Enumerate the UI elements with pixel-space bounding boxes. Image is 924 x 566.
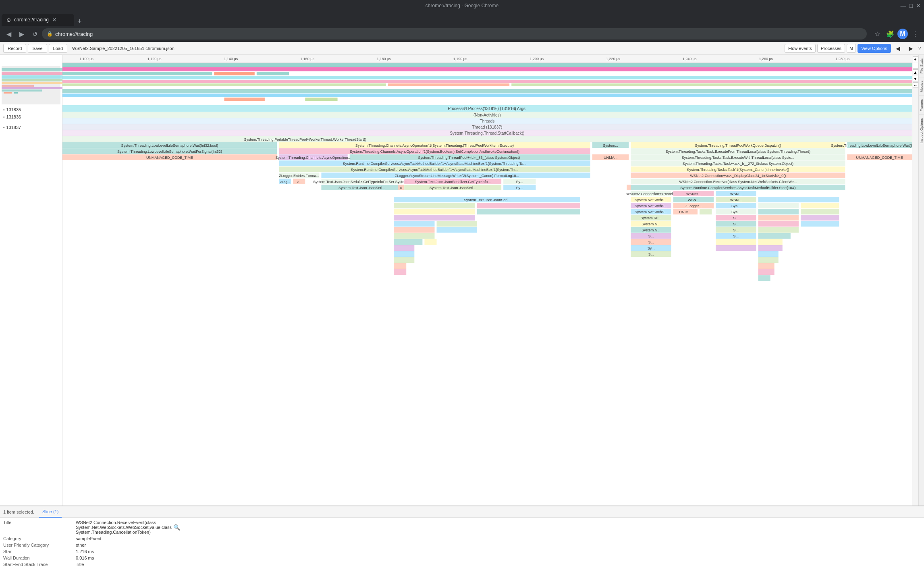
ruler-1200: 1,200 μs (529, 57, 544, 61)
svg-text:WSNet...: WSNet... (686, 192, 701, 196)
svg-rect-157 (394, 221, 434, 227)
sidebar-label-131835: 131835 (6, 107, 21, 112)
svg-rect-21 (62, 94, 912, 97)
nav-icons: ☆ 🧩 M ⋮ (872, 28, 921, 40)
bottom-panel: 1 item selected. Slice (1) Title WSNet2.… (0, 506, 924, 566)
svg-rect-0 (2, 68, 64, 71)
scroll-up-button[interactable]: ▲ (913, 69, 918, 75)
svg-text:System.Threading.LowLevelLifoS: System.Threading.LowLevelLifoSemaphore.W… (121, 144, 218, 148)
close-icon[interactable]: ✕ (916, 2, 921, 9)
scroll-down-button[interactable]: ▼ (913, 76, 918, 81)
wall-duration-label: Wall Duration (3, 556, 76, 560)
svg-text:WSN...: WSN... (730, 198, 742, 202)
svg-rect-178 (758, 227, 799, 233)
svg-text:UNMA...: UNMA... (604, 156, 617, 160)
sidebar-item-131837[interactable]: • 131837 (2, 124, 60, 131)
active-tab[interactable]: ⊙ chrome://tracing ✕ (2, 14, 74, 26)
svg-rect-169 (758, 197, 839, 202)
scroll-right-button[interactable]: ▶ (905, 43, 917, 54)
svg-rect-181 (758, 245, 783, 251)
svg-text:WSNet2.Connection+<Recei...: WSNet2.Connection+<Recei... (626, 192, 676, 196)
ruler-1280: 1,280 μs (835, 57, 849, 61)
svg-text:System.Runtime.CompilerService: System.Runtime.CompilerServices.AsyncTas… (680, 186, 795, 190)
zoom-out-button[interactable]: − (913, 63, 918, 69)
ruler-1120: 1,120 μs (147, 57, 162, 61)
load-button[interactable]: Load (49, 44, 67, 53)
timeline-ruler: 1,100 μs 1,120 μs 1,140 μs 1,160 μs 1,18… (62, 55, 912, 63)
svg-rect-11 (62, 67, 912, 71)
svg-rect-186 (758, 275, 770, 281)
bottom-status: 1 item selected. (3, 510, 34, 514)
profile-button[interactable]: M (897, 29, 908, 39)
svg-rect-154 (394, 209, 475, 214)
sidebar-item-131835[interactable]: • 131835 (2, 106, 60, 113)
svg-rect-17 (62, 83, 386, 86)
file-stats-tab[interactable]: File Stats (919, 55, 924, 77)
reload-button[interactable]: ↺ (29, 28, 40, 40)
sidebar-item-131836[interactable]: • 131836 (2, 113, 60, 121)
svg-rect-182 (758, 251, 779, 257)
tracing-toolbar: Record Save Load WSNet2.Sample_20221205_… (0, 42, 924, 55)
ruler-1190: 1,190 μs (453, 57, 467, 61)
frames-tab[interactable]: Frames (919, 96, 924, 115)
svg-rect-7 (2, 89, 42, 92)
fit-button[interactable]: ↔ (913, 82, 918, 88)
svg-text:ZLog...: ZLog... (280, 180, 290, 184)
processes-button[interactable]: Processes (817, 44, 845, 53)
flow-events-button[interactable]: Flow events (785, 44, 816, 53)
stack-trace-row: Start+End Stack Trace Title (3, 561, 921, 566)
svg-rect-34 (62, 136, 912, 142)
ruler-1240: 1,240 μs (683, 57, 697, 61)
svg-rect-18 (388, 83, 509, 86)
extension-button[interactable]: 🧩 (885, 28, 896, 40)
svg-rect-1 (2, 72, 64, 75)
ruler-1160: 1,160 μs (300, 57, 314, 61)
back-button[interactable]: ◀ (3, 28, 15, 40)
sidebar-label-131837: 131837 (6, 125, 21, 130)
maximize-icon[interactable]: □ (909, 2, 913, 9)
window-title: chrome://tracing - Google Chrome (426, 3, 498, 8)
record-button[interactable]: Record (3, 44, 26, 53)
m-button[interactable]: M (847, 44, 856, 53)
slice-tab[interactable]: Slice (1) (39, 506, 62, 518)
svg-text:System.Net.WebS...: System.Net.WebS... (635, 210, 667, 214)
svg-rect-156 (394, 215, 475, 221)
save-button[interactable]: Save (28, 44, 47, 53)
svg-rect-158 (437, 221, 477, 227)
ruler-1140: 1,140 μs (224, 57, 238, 61)
svg-text:System.Runtime.CompilerService: System.Runtime.CompilerServices.AsyncTas… (351, 168, 519, 172)
svg-rect-164 (394, 245, 414, 251)
tab-close-icon[interactable]: ✕ (52, 17, 57, 23)
svg-text:S...: S... (733, 222, 739, 226)
new-tab-button[interactable]: + (74, 17, 85, 26)
title-search-icon[interactable]: 🔍 (173, 524, 180, 531)
address-text: chrome://tracing (55, 31, 93, 37)
svg-text:System.Ru...: System.Ru... (641, 216, 662, 220)
title-value-text: WSNet2.Connection.ReceiveEvent(class Sys… (76, 520, 172, 535)
svg-rect-19 (511, 83, 912, 86)
forward-button[interactable]: ▶ (16, 28, 27, 40)
metrics-tab[interactable]: Metrics (919, 77, 924, 96)
svg-rect-9 (14, 92, 18, 94)
bullet-icon-2: • (3, 115, 5, 119)
inspect-options-tab[interactable]: Inspect Options (919, 114, 924, 147)
bookmark-button[interactable]: ☆ (872, 28, 883, 40)
menu-button[interactable]: ⋮ (909, 28, 921, 40)
svg-rect-163 (424, 239, 436, 245)
zoom-in-button[interactable]: + (913, 56, 918, 62)
start-label: Start (3, 549, 76, 554)
view-options-button[interactable]: View Options (858, 44, 891, 53)
svg-text:ZLogger...: ZLogger... (685, 204, 702, 208)
scroll-left-button[interactable]: ◀ (893, 43, 904, 54)
flame-area[interactable]: Process64 Process(131816) (131816) Args:… (62, 63, 912, 305)
svg-text:Sy...: Sy... (516, 186, 523, 190)
svg-rect-173 (801, 209, 839, 214)
timeline-container[interactable]: 1,100 μs 1,120 μs 1,140 μs 1,160 μs 1,18… (62, 55, 912, 506)
address-bar[interactable]: 🔒 chrome://tracing (42, 28, 867, 40)
svg-text:System.Threading.ThreadPool+<c: System.Threading.ThreadPool+<c>._86_(cla… (418, 156, 520, 160)
minimize-icon[interactable]: — (901, 2, 906, 9)
svg-text:System.Threading.LowLevelLifoS: System.Threading.LowLevelLifoSemaphore.W… (117, 150, 222, 154)
svg-rect-165 (394, 251, 414, 257)
svg-text:UN M...: UN M... (679, 210, 692, 214)
svg-rect-22 (224, 98, 265, 101)
